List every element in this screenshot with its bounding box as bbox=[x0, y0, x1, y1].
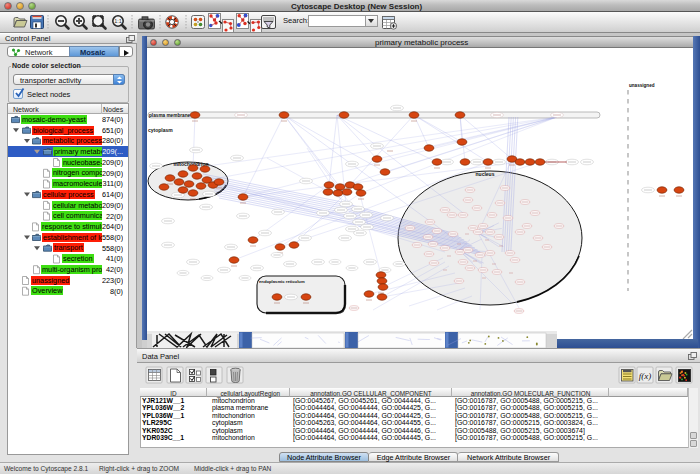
svg-text:unassigned: unassigned bbox=[629, 83, 655, 88]
svg-text:endoplasmic reticulum: endoplasmic reticulum bbox=[259, 279, 305, 284]
svg-text:plasma membrane: plasma membrane bbox=[149, 113, 191, 118]
svg-text:nucleus: nucleus bbox=[476, 171, 495, 177]
svg-text:cytoplasm: cytoplasm bbox=[148, 127, 173, 133]
svg-text:f(x): f(x) bbox=[639, 371, 652, 381]
